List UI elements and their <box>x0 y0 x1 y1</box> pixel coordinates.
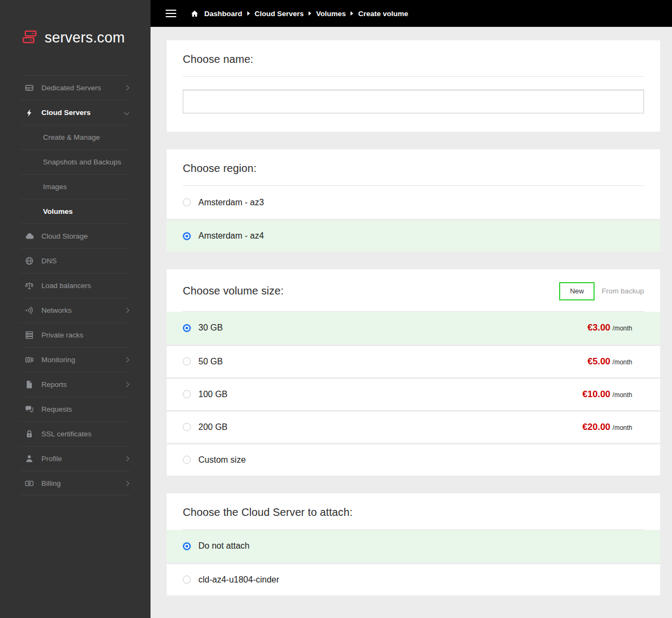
radio-unselected-icon[interactable] <box>183 576 191 584</box>
breadcrumb-dashboard[interactable]: Dashboard <box>204 10 242 18</box>
region-option-amsterdam-az3[interactable]: Amsterdam - az3 <box>167 186 660 219</box>
globe-icon <box>25 256 34 265</box>
hamburger-menu-icon[interactable] <box>166 10 176 18</box>
sidebar-item-volumes[interactable]: Volumes <box>20 199 130 224</box>
sidebar-item-label: Profile <box>41 455 125 463</box>
server-icon <box>25 83 34 92</box>
sidebar-item-create-manage[interactable]: Create & Manage <box>20 125 130 149</box>
chevron-right-icon <box>124 456 130 462</box>
breadcrumb-volumes[interactable]: Volumes <box>316 10 346 18</box>
radio-selected-icon[interactable] <box>183 324 191 332</box>
sidebar-item-label: Monitoring <box>41 356 125 364</box>
attach-option-cld-az4-u1804-cinder[interactable]: cld-az4-u1804-cinder <box>167 563 660 595</box>
radio-unselected-icon[interactable] <box>183 456 191 464</box>
volume-name-input[interactable] <box>183 90 644 113</box>
sidebar-item-load-balancers[interactable]: Load balancers <box>20 273 130 298</box>
home-icon[interactable] <box>191 10 198 17</box>
chat-icon <box>25 405 34 414</box>
breadcrumb-create-volume: Create volume <box>358 10 408 18</box>
sidebar-item-ssl-certificates[interactable]: SSL certificates <box>20 421 130 446</box>
sidebar-item-reports[interactable]: Reports <box>20 372 130 397</box>
breadcrumb-separator-icon <box>309 11 311 16</box>
size-option-30gb[interactable]: 30 GB €3.00 /month <box>167 312 660 344</box>
radio-selected-icon[interactable] <box>183 232 191 240</box>
sidebar-item-monitoring[interactable]: Monitoring <box>20 347 130 372</box>
sidebar-item-label: Images <box>20 183 130 191</box>
sidebar-item-dns[interactable]: DNS <box>20 248 130 273</box>
scales-icon <box>25 281 34 290</box>
tab-from-backup[interactable]: From backup <box>602 287 644 295</box>
sidebar-item-label: DNS <box>41 257 130 265</box>
brand-logo[interactable]: servers.com <box>0 0 151 54</box>
sidebar-item-cloud-storage[interactable]: Cloud Storage <box>20 224 130 248</box>
sidebar-item-cloud-servers[interactable]: Cloud Servers <box>20 100 130 125</box>
sidebar-item-label: Load balancers <box>41 282 130 290</box>
topbar: Dashboard Cloud Servers Volumes Create v… <box>151 0 672 27</box>
sidebar-nav: Dedicated Servers Cloud Servers Create &… <box>20 75 130 495</box>
radio-unselected-icon[interactable] <box>183 357 191 365</box>
size-option-200gb[interactable]: 200 GB €20.00 /month <box>167 410 660 443</box>
choose-volume-size-card: Choose volume size: New From backup 30 G… <box>167 269 660 476</box>
tab-new[interactable]: New <box>559 282 595 300</box>
choose-name-title: Choose name: <box>183 53 253 66</box>
chevron-right-icon <box>124 357 130 363</box>
bolt-icon <box>25 108 34 117</box>
choose-region-card: Choose region: Amsterdam - az3 Amsterdam… <box>167 149 660 251</box>
sidebar-item-requests[interactable]: Requests <box>20 397 130 421</box>
choose-attach-card: Choose the Cloud Server to attach: Do no… <box>167 493 660 595</box>
sidebar-item-label: Reports <box>41 380 125 389</box>
sidebar-item-snapshots-backups[interactable]: Snapshots and Backups <box>20 149 130 174</box>
sidebar-item-label: Create & Manage <box>20 133 130 141</box>
sidebar-item-images[interactable]: Images <box>20 174 130 199</box>
choose-region-title: Choose region: <box>183 162 256 175</box>
size-option-custom[interactable]: Custom size <box>167 443 660 476</box>
price: €5.00 /month <box>588 356 644 367</box>
sidebar-item-private-racks[interactable]: Private racks <box>20 322 130 347</box>
lock-icon <box>25 429 34 439</box>
price: €20.00 /month <box>582 422 644 433</box>
user-icon <box>25 454 34 463</box>
chevron-down-icon <box>124 110 130 116</box>
file-icon <box>25 380 34 389</box>
cloud-icon <box>25 232 34 241</box>
radio-unselected-icon[interactable] <box>183 423 191 431</box>
volume-source-tabs: New From backup <box>559 282 644 300</box>
chevron-right-icon <box>124 480 130 486</box>
banknote-icon <box>25 479 34 488</box>
sidebar-item-label: Networks <box>41 306 125 314</box>
attach-option-do-not-attach[interactable]: Do not attach <box>167 530 660 563</box>
region-option-amsterdam-az4[interactable]: Amsterdam - az4 <box>167 219 660 251</box>
size-option-50gb[interactable]: 50 GB €5.00 /month <box>167 344 660 377</box>
sidebar-item-networks[interactable]: Networks <box>20 298 130 322</box>
page-content: Choose name: Choose region: Amsterdam - … <box>151 27 672 618</box>
choose-volume-size-title: Choose volume size: <box>183 285 284 297</box>
signal-icon <box>25 306 34 315</box>
main-area: Dashboard Cloud Servers Volumes Create v… <box>151 0 672 618</box>
sidebar-item-label: Requests <box>41 405 130 413</box>
camera-icon <box>25 355 34 364</box>
sidebar-item-dedicated-servers[interactable]: Dedicated Servers <box>20 75 130 100</box>
sidebar-item-label: Private racks <box>41 331 130 339</box>
choose-attach-title: Choose the Cloud Server to attach: <box>183 506 353 519</box>
sidebar-item-billing[interactable]: Billing <box>20 471 130 495</box>
app-window: servers.com Dedicated Servers Cloud Serv… <box>0 0 672 618</box>
chevron-right-icon <box>124 85 130 91</box>
breadcrumb: Dashboard Cloud Servers Volumes Create v… <box>191 10 408 18</box>
sidebar-item-profile[interactable]: Profile <box>20 446 130 471</box>
radio-selected-icon[interactable] <box>183 542 191 550</box>
breadcrumb-separator-icon <box>351 11 353 16</box>
price: €3.00 /month <box>588 322 644 333</box>
choose-name-card: Choose name: <box>167 40 660 132</box>
sidebar-item-label: Dedicated Servers <box>41 84 125 92</box>
radio-unselected-icon[interactable] <box>183 390 191 398</box>
sidebar-item-label: Volumes <box>20 207 130 215</box>
chevron-right-icon <box>124 382 130 387</box>
brand-name: servers.com <box>45 30 125 46</box>
sidebar-item-label: Snapshots and Backups <box>20 158 130 166</box>
size-option-100gb[interactable]: 100 GB €10.00 /month <box>167 377 660 410</box>
breadcrumb-cloud-servers[interactable]: Cloud Servers <box>255 10 304 18</box>
sidebar: servers.com Dedicated Servers Cloud Serv… <box>0 0 151 618</box>
rack-icon <box>25 330 34 340</box>
sidebar-item-label: Billing <box>41 479 125 487</box>
radio-unselected-icon[interactable] <box>183 198 191 206</box>
